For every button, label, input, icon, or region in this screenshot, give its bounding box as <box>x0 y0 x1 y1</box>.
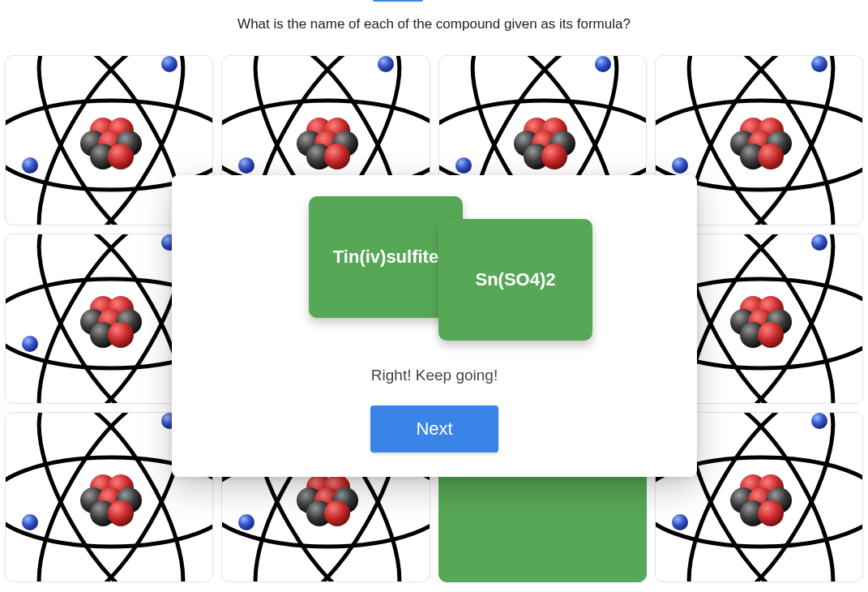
matched-card-name-label: Tin(iv)sulfite <box>333 247 438 268</box>
matched-card-formula-label: Sn(SO4)2 <box>475 269 555 290</box>
tab-indicator <box>373 0 423 2</box>
feedback-text: Right! Keep going! <box>191 367 678 384</box>
matched-card-formula: Sn(SO4)2 <box>438 219 592 341</box>
next-button[interactable]: Next <box>370 405 498 453</box>
match-result-modal: Tin(iv)sulfite Sn(SO4)2 Right! Keep goin… <box>172 175 697 477</box>
question-area: What is the name of each of the compound… <box>0 0 868 55</box>
matched-cards-stack: Tin(iv)sulfite Sn(SO4)2 <box>191 196 678 358</box>
question-text: What is the name of each of the compound… <box>237 16 631 32</box>
